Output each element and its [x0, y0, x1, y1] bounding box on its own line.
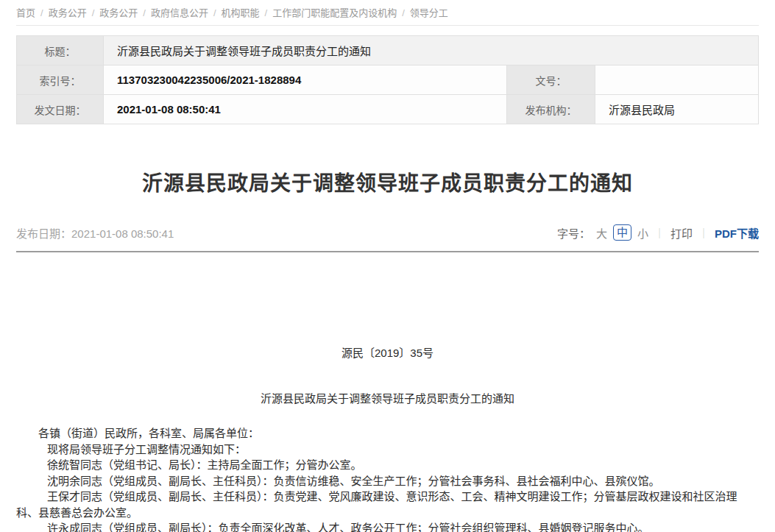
breadcrumb-item-leadership: 领导分工 — [410, 7, 448, 18]
page: 首页/政务公开/政务公开/政府信息公开/机构职能/工作部门职能配置及内设机构/领… — [0, 0, 775, 532]
paragraph: 王保才同志（党组成员、副局长、主任科员）：负责党建、党风廉政建设、意识形态、工会… — [16, 489, 759, 520]
breadcrumb-separator: / — [40, 7, 43, 18]
issue-date-value-cell: 2021-01-08 08:50:41 — [104, 95, 507, 124]
page-title: 沂源县民政局关于调整领导班子成员职责分工的通知 — [16, 171, 759, 196]
title-label-cell: 标题： — [17, 36, 104, 65]
publish-date-value: 2021-01-08 08:50:41 — [71, 227, 174, 240]
agency-value-cell: 沂源县民政局 — [595, 95, 758, 124]
title-divider — [16, 251, 759, 252]
breadcrumb-separator: / — [265, 7, 268, 18]
issue-date-label-cell: 发文日期： — [17, 95, 104, 124]
article-toolbar: 字号： 大 中 小 ｜ 打印 ｜ PDF下载 — [557, 224, 759, 241]
index-value-cell: 113703230042235006/2021-1828894 — [104, 65, 507, 95]
document-info-table: 标题： 沂源县民政局关于调整领导班子成员职责分工的通知 索引号： 1137032… — [16, 35, 759, 124]
publish-date: 发布日期：2021-01-08 08:50:41 — [16, 225, 174, 241]
toolbar-divider: ｜ — [698, 225, 709, 240]
paragraph: 徐统智同志（党组书记、局长）：主持局全面工作；分管办公室。 — [16, 457, 759, 473]
doc-paragraphs: 各镇（街道）民政所，各科室、局属各单位： 现将局领导班子分工调整情况通知如下： … — [16, 425, 759, 532]
font-size-medium-button[interactable]: 中 — [613, 224, 631, 241]
breadcrumb-item-dept-config[interactable]: 工作部门职能配置及内设机构 — [272, 7, 397, 18]
breadcrumb-separator: / — [143, 7, 146, 18]
publish-date-label: 发布日期： — [16, 227, 71, 240]
table-row-index: 索引号： 113703230042235006/2021-1828894 文号： — [17, 65, 759, 95]
breadcrumb: 首页/政务公开/政务公开/政府信息公开/机构职能/工作部门职能配置及内设机构/领… — [16, 0, 759, 20]
pdf-download-button[interactable]: PDF下载 — [715, 225, 759, 241]
breadcrumb-separator: / — [92, 7, 95, 18]
breadcrumb-item-zhengwu-2[interactable]: 政务公开 — [99, 7, 138, 18]
doc-no-label-cell: 文号： — [506, 65, 595, 95]
breadcrumb-item-zhengwu-1[interactable]: 政务公开 — [49, 7, 87, 18]
breadcrumb-divider — [16, 25, 759, 26]
breadcrumb-separator: / — [213, 7, 216, 18]
table-row-title: 标题： 沂源县民政局关于调整领导班子成员职责分工的通知 — [17, 36, 759, 65]
font-size-small-button[interactable]: 小 — [637, 225, 648, 241]
doc-no-value-cell — [595, 65, 758, 95]
paragraph: 现将局领导班子分工调整情况通知如下： — [16, 441, 759, 458]
paragraph-salutation: 各镇（街道）民政所，各科室、局属各单位： — [16, 425, 759, 441]
breadcrumb-item-home[interactable]: 首页 — [16, 7, 35, 18]
toolbar-divider: ｜ — [654, 225, 665, 240]
paragraph: 沈明余同志（党组成员、副局长、主任科员）：负责信访维稳、安全生产工作；分管社会事… — [16, 473, 759, 489]
agency-label-cell: 发布机构： — [506, 95, 595, 124]
article-meta-bar: 发布日期：2021-01-08 08:50:41 字号： 大 中 小 ｜ 打印 … — [16, 223, 759, 242]
paragraph: 许永成同志（党组成员、副局长）：负责全面深化改革、人才、政务公开工作；分管社会组… — [16, 520, 759, 532]
doc-number: 源民〔2019〕35号 — [16, 345, 759, 361]
print-button[interactable]: 打印 — [670, 225, 693, 241]
font-size-large-button[interactable]: 大 — [596, 225, 607, 241]
doc-title: 沂源县民政局关于调整领导班子成员职责分工的通知 — [16, 391, 759, 407]
breadcrumb-item-info-disclosure[interactable]: 政府信息公开 — [151, 7, 208, 18]
font-size-label: 字号： — [557, 225, 590, 241]
breadcrumb-separator: / — [402, 7, 405, 18]
article-body: 源民〔2019〕35号 沂源县民政局关于调整领导班子成员职责分工的通知 各镇（街… — [16, 345, 759, 532]
index-label-cell: 索引号： — [17, 65, 104, 95]
table-row-date: 发文日期： 2021-01-08 08:50:41 发布机构： 沂源县民政局 — [17, 95, 759, 124]
breadcrumb-item-org-functions[interactable]: 机构职能 — [222, 7, 260, 18]
title-value-cell: 沂源县民政局关于调整领导班子成员职责分工的通知 — [104, 36, 759, 65]
